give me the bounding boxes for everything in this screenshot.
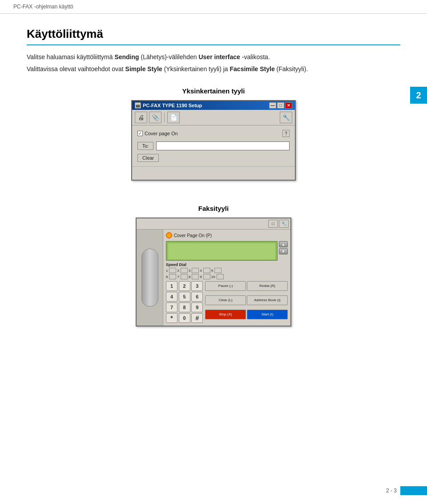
coverpage-row: ✓ Cover page On ? bbox=[137, 130, 290, 137]
window-title: PC-FAX TYPE 1190 Setup bbox=[143, 103, 202, 108]
chapter-title: Käyttöliittymä bbox=[27, 27, 400, 45]
speed-dial-num-10: 10 bbox=[211, 275, 215, 279]
window-icon: 📠 bbox=[135, 102, 141, 109]
nav-col: ▲ ▼ bbox=[279, 241, 288, 261]
speed-dial-btn-2[interactable] bbox=[181, 268, 188, 273]
page-footer-bar bbox=[400, 486, 427, 495]
close-button[interactable]: ✕ bbox=[285, 102, 292, 109]
body-text-2-end: (Faksityyli). bbox=[275, 65, 308, 73]
simple-style-label: Yksinkertainen tyyli bbox=[182, 87, 245, 95]
toolbar-btn-settings[interactable]: 🔧 bbox=[280, 112, 292, 123]
body-text-1-end: -valikosta. bbox=[240, 53, 270, 60]
speed-dial-num-2: 2 bbox=[177, 269, 179, 273]
speed-dial-num-6: 6 bbox=[166, 275, 168, 279]
coverpage-checkbox[interactable]: ✓ bbox=[137, 131, 143, 136]
speed-dial-num-1: 1 bbox=[166, 269, 168, 273]
fax-display-container: ▲ ▼ bbox=[166, 241, 288, 261]
display-screen bbox=[168, 243, 275, 259]
speed-dial-btn-5[interactable] bbox=[214, 268, 222, 273]
key-8[interactable]: 8 bbox=[179, 302, 190, 312]
help-button[interactable]: ? bbox=[282, 130, 290, 137]
speed-dial-num-5: 5 bbox=[211, 269, 213, 273]
top-bar-label: PC-FAX -ohjelman käyttö bbox=[13, 4, 73, 10]
window-body: ✓ Cover page On ? To: Clear bbox=[132, 125, 295, 166]
checkbox-check: ✓ bbox=[138, 131, 142, 136]
speed-dial-btn-8[interactable] bbox=[192, 274, 199, 279]
body-bold-facsimile-style: Facsimile Style bbox=[230, 65, 275, 73]
window-footer bbox=[132, 166, 295, 180]
key-7[interactable]: 7 bbox=[166, 302, 177, 312]
speed-dial-label: Speed Dial bbox=[166, 262, 288, 267]
cover-page-label: Cover Page On (P) bbox=[174, 233, 212, 238]
body-text-2-mid1: (Yksinkertainen tyyli) ja bbox=[162, 65, 230, 73]
cover-page-icon bbox=[166, 232, 172, 238]
fax-right-panel: Cover Page On (P) ▲ ▼ Spe bbox=[163, 230, 290, 326]
key-6[interactable]: 6 bbox=[191, 292, 203, 302]
speed-dial-btn-3[interactable] bbox=[192, 268, 199, 273]
speed-dial-btn-10[interactable] bbox=[217, 274, 224, 279]
body-text-2-prefix: Valittavissa olevat vaihtoehdot ovat bbox=[27, 65, 125, 73]
fax-style-section: Faksityyli □ 🔧 Cover Page On (P) bbox=[27, 194, 400, 327]
nav-down-button[interactable]: ▼ bbox=[279, 248, 288, 254]
toolbar-btn-print[interactable]: 🖨 bbox=[135, 112, 147, 123]
key-3[interactable]: 3 bbox=[191, 281, 203, 291]
toolbar-btn-doc[interactable]: 📄 bbox=[167, 112, 180, 123]
speed-dial-btn-6[interactable] bbox=[169, 274, 176, 279]
window-titlebar: 📠 PC-FAX TYPE 1190 Setup — □ ✕ bbox=[132, 101, 295, 110]
stop-button[interactable]: Stop (X) bbox=[205, 310, 246, 319]
to-label: To: bbox=[137, 142, 153, 150]
fax-settings-btn[interactable]: 🔧 bbox=[279, 220, 289, 228]
address-book-button[interactable]: Address Book (I) bbox=[247, 295, 288, 305]
cover-page-row: Cover Page On (P) bbox=[166, 232, 288, 238]
minimize-button[interactable]: — bbox=[269, 102, 276, 109]
key-0[interactable]: 0 bbox=[179, 313, 190, 323]
nav-up-button[interactable]: ▲ bbox=[279, 241, 288, 247]
function-buttons: Pause (-) Redial (R) Clear (L) Address B… bbox=[205, 281, 288, 323]
page-footer-text: 2 - 3 bbox=[386, 488, 400, 494]
fax-body: Cover Page On (P) ▲ ▼ Spe bbox=[137, 230, 290, 326]
body-bold-simple-style: Simple Style bbox=[125, 65, 162, 73]
simple-style-section: Yksinkertainen tyyli 📠 PC-FAX TYPE 1190 … bbox=[27, 77, 400, 181]
body-text-1-prefix: Valitse haluamasi käyttöliittymä bbox=[27, 53, 114, 60]
speed-dial-num-7: 7 bbox=[177, 275, 179, 279]
key-star[interactable]: * bbox=[166, 313, 177, 323]
clear-button[interactable]: Clear bbox=[137, 154, 159, 162]
speed-dial-num-8: 8 bbox=[189, 275, 190, 279]
titlebar-controls: — □ ✕ bbox=[269, 102, 292, 109]
coverpage-label: Cover page On bbox=[145, 131, 178, 136]
speed-dial-row-2: 6 7 8 9 10 bbox=[166, 274, 288, 279]
key-hash[interactable]: # bbox=[191, 313, 203, 323]
speed-dial-btn-7[interactable] bbox=[181, 274, 188, 279]
page-footer: 2 - 3 bbox=[386, 486, 427, 495]
fax-left-panel bbox=[137, 230, 163, 326]
to-input[interactable] bbox=[156, 141, 290, 150]
speed-dial-btn-4[interactable] bbox=[203, 268, 210, 273]
body-text-1: Valitse haluamasi käyttöliittymä Sending… bbox=[27, 52, 400, 62]
keypad-grid: 1 2 3 4 5 6 7 8 9 * 0 # bbox=[166, 281, 203, 323]
speed-dial-num-9: 9 bbox=[200, 275, 201, 279]
redial-button[interactable]: Redial (R) bbox=[247, 281, 288, 291]
key-9[interactable]: 9 bbox=[191, 302, 203, 312]
key-1[interactable]: 1 bbox=[166, 281, 177, 291]
body-bold-sending: Sending bbox=[114, 53, 139, 60]
coverpage-left: ✓ Cover page On bbox=[137, 131, 178, 136]
maximize-button[interactable]: □ bbox=[277, 102, 284, 109]
clear-l-button[interactable]: Clear (L) bbox=[205, 295, 246, 305]
speed-dial-btn-1[interactable] bbox=[169, 268, 176, 273]
key-5[interactable]: 5 bbox=[179, 292, 190, 302]
fax-minimize-btn[interactable]: □ bbox=[268, 220, 278, 228]
key-2[interactable]: 2 bbox=[179, 281, 190, 291]
toolbar-btn-attach[interactable]: 📎 bbox=[149, 112, 161, 123]
fax-titlebar: □ 🔧 bbox=[137, 218, 290, 230]
start-button[interactable]: Start (I) bbox=[247, 310, 288, 319]
page-badge: 2 bbox=[410, 87, 427, 104]
speed-dial-num-4: 4 bbox=[200, 269, 201, 273]
pause-button[interactable]: Pause (-) bbox=[205, 281, 246, 291]
key-4[interactable]: 4 bbox=[166, 292, 177, 302]
main-content: Käyttöliittymä Valitse haluamasi käyttöl… bbox=[0, 14, 427, 367]
keypad-area: 1 2 3 4 5 6 7 8 9 * 0 # bbox=[166, 281, 288, 323]
speed-dial-row-1: 1 2 3 4 5 bbox=[166, 268, 288, 273]
to-row: To: bbox=[137, 141, 290, 150]
speed-dial-btn-9[interactable] bbox=[203, 274, 210, 279]
simple-style-window: 📠 PC-FAX TYPE 1190 Setup — □ ✕ 🖨 📎 📄 🔧 bbox=[131, 100, 296, 181]
